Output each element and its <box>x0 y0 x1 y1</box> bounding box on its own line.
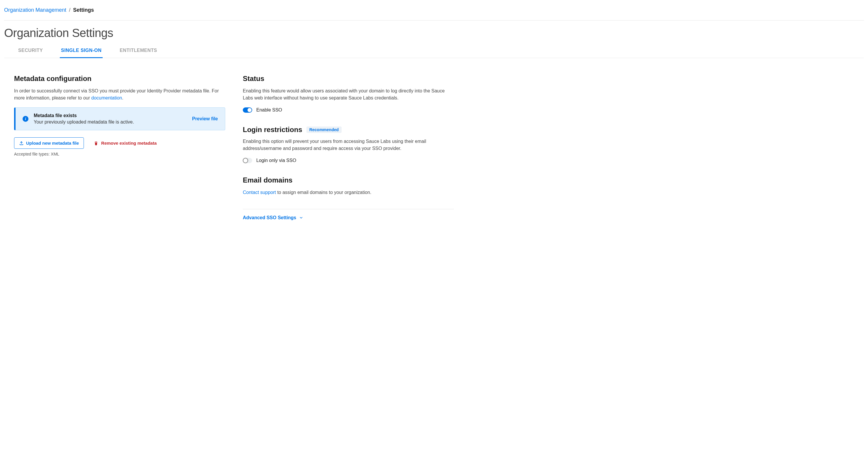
info-icon: i <box>23 116 28 122</box>
login-only-sso-label: Login only via SSO <box>256 158 296 163</box>
metadata-configuration-section: Metadata configuration In order to succe… <box>14 75 225 156</box>
info-box-text: Your previously uploaded metadata file i… <box>34 119 187 125</box>
metadata-info-box: i Metadata file exists Your previously u… <box>14 108 225 130</box>
status-description: Enabling this feature would allow users … <box>243 87 454 101</box>
info-box-title: Metadata file exists <box>34 113 187 118</box>
tab-security[interactable]: SECURITY <box>17 45 44 58</box>
upload-metadata-button[interactable]: Upload new metadata file <box>14 137 84 149</box>
tab-entitlements[interactable]: ENTITLEMENTS <box>119 45 158 58</box>
divider <box>243 209 454 209</box>
contact-support-link[interactable]: Contact support <box>243 190 276 195</box>
file-type-hint: Accepted file types: XML <box>14 152 225 156</box>
login-restrictions-heading: Login restrictions <box>243 125 302 134</box>
advanced-sso-label: Advanced SSO Settings <box>243 215 296 221</box>
chevron-down-icon <box>299 216 303 220</box>
tabs: SECURITY SINGLE SIGN-ON ENTITLEMENTS <box>4 45 864 58</box>
advanced-sso-settings-expander[interactable]: Advanced SSO Settings <box>243 215 303 221</box>
email-domains-section: Email domains Contact support to assign … <box>243 176 454 196</box>
documentation-link[interactable]: documentation <box>91 95 122 100</box>
breadcrumb-current: Settings <box>73 7 94 13</box>
breadcrumb-separator: / <box>69 7 70 13</box>
preview-file-link[interactable]: Preview file <box>192 116 218 121</box>
page-title: Organization Settings <box>4 26 864 39</box>
trash-icon <box>94 141 98 146</box>
remove-button-label: Remove existing metadata <box>101 141 157 146</box>
email-domains-description: Contact support to assign email domains … <box>243 189 454 196</box>
enable-sso-toggle[interactable] <box>243 108 252 113</box>
breadcrumb: Organization Management / Settings <box>4 0 864 21</box>
remove-metadata-button[interactable]: Remove existing metadata <box>94 141 157 146</box>
status-heading: Status <box>243 75 454 83</box>
metadata-description: In order to successfully connect via SSO… <box>14 87 225 101</box>
upload-icon <box>19 141 24 146</box>
metadata-heading: Metadata configuration <box>14 75 225 83</box>
login-only-sso-toggle[interactable] <box>243 158 252 163</box>
recommended-badge: Recommended <box>306 126 342 133</box>
breadcrumb-parent-link[interactable]: Organization Management <box>4 7 66 13</box>
enable-sso-label: Enable SSO <box>256 108 282 113</box>
login-restrictions-description: Enabling this option will prevent your u… <box>243 138 454 152</box>
tab-single-sign-on[interactable]: SINGLE SIGN-ON <box>60 45 103 58</box>
upload-button-label: Upload new metadata file <box>26 141 79 146</box>
email-domains-heading: Email domains <box>243 176 454 184</box>
login-restrictions-section: Login restrictions Recommended Enabling … <box>243 125 454 163</box>
status-section: Status Enabling this feature would allow… <box>243 75 454 113</box>
